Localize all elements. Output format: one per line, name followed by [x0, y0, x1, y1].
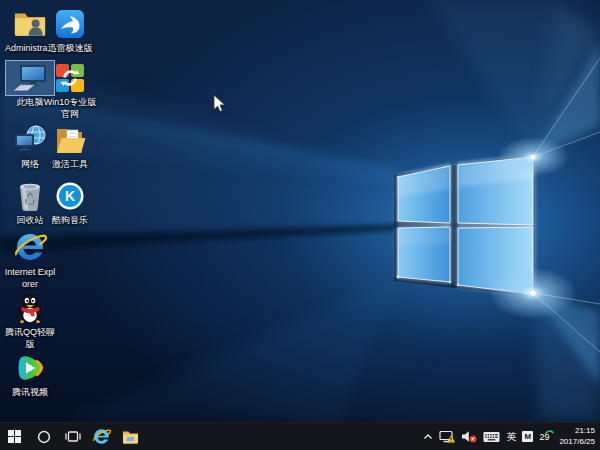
svg-text:K: K — [65, 188, 75, 204]
mouse-cursor — [213, 94, 226, 113]
computer-monitor-icon — [13, 64, 47, 92]
kugou-k-circle-icon: K — [55, 181, 85, 211]
icon-label: Win10专业版官网 — [43, 97, 97, 120]
folder-with-document-icon — [54, 125, 86, 155]
keyboard-icon — [483, 431, 500, 443]
icon-label: 腾讯视频 — [12, 387, 48, 399]
touch-keyboard-icon[interactable] — [483, 431, 500, 443]
file-explorer-task-button[interactable] — [116, 423, 145, 450]
task-view-button[interactable] — [58, 423, 87, 450]
desktop-icon-tencent-video[interactable]: 腾讯视频 — [3, 350, 57, 399]
gauge-widget[interactable]: 29 — [539, 431, 553, 442]
chevron-up-icon — [423, 433, 433, 440]
volume-muted-icon — [461, 430, 477, 443]
ie-logo-icon — [92, 427, 111, 446]
clock[interactable]: 21:15 2017/6/25 — [559, 426, 595, 447]
qq-penguin-icon — [16, 292, 44, 324]
icon-label: Internet Explorer — [3, 267, 57, 290]
icon-label: 腾讯QQ轻聊版 — [3, 327, 57, 350]
ime-language-indicator[interactable]: 英 — [506, 432, 516, 442]
ie-logo-icon — [13, 230, 47, 264]
internet-explorer-task-button[interactable] — [87, 423, 116, 450]
user-folder-icon — [13, 9, 47, 39]
volume-icon[interactable] — [461, 430, 477, 443]
icon-label: 迅雷极速版 — [48, 43, 93, 55]
network-globe-monitor-icon — [13, 125, 47, 155]
tencent-video-play-icon — [15, 353, 45, 383]
icon-label: 网络 — [21, 159, 39, 171]
network-status-icon[interactable] — [439, 430, 455, 444]
ime-mode-indicator[interactable]: M — [522, 431, 533, 442]
windows-desktop: Administra... 迅雷极速版 此电脑 — [0, 0, 600, 450]
taskbar: 英 M 29 21:15 2017/6/25 — [0, 422, 600, 450]
search-circle-icon — [37, 430, 51, 444]
recycle-bin-icon — [15, 180, 45, 212]
folder-icon — [122, 430, 139, 444]
gauge-arc-icon — [545, 428, 554, 437]
icon-label: 激活工具 — [52, 159, 88, 171]
desktop-icon-qq[interactable]: 腾讯QQ轻聊版 — [3, 290, 57, 350]
start-button[interactable] — [0, 423, 29, 450]
icon-label: 回收站 — [17, 215, 44, 227]
cortana-search-button[interactable] — [29, 423, 58, 450]
clock-date: 2017/6/25 — [559, 437, 595, 447]
task-view-icon — [65, 430, 81, 443]
icon-label: 酷狗音乐 — [52, 215, 88, 227]
desktop-icon-kugou[interactable]: K 酷狗音乐 — [43, 178, 97, 227]
system-tray: 英 M 29 21:15 2017/6/25 — [423, 423, 600, 450]
desktop-icon-activation-tools[interactable]: 激活工具 — [43, 122, 97, 171]
network-warning-icon — [439, 430, 455, 444]
desktop-icon-xunlei[interactable]: 迅雷极速版 — [43, 6, 97, 55]
desktop-icon-win10-site[interactable]: Win10专业版官网 — [43, 60, 97, 120]
four-squares-refresh-icon — [55, 63, 85, 93]
windows-logo-icon — [8, 430, 21, 443]
clock-time: 21:15 — [559, 426, 595, 436]
icon-label: 此电脑 — [17, 97, 44, 109]
show-hidden-icons-chevron[interactable] — [423, 433, 433, 440]
desktop-icon-internet-explorer[interactable]: Internet Explorer — [3, 228, 57, 290]
xunlei-bird-icon — [55, 9, 85, 39]
